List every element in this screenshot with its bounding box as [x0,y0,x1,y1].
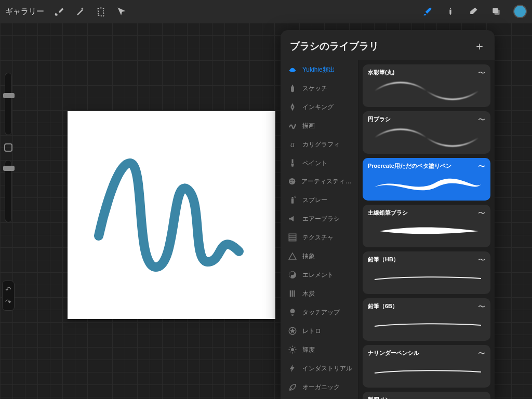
brush-item[interactable]: 鉛筆（HB）〜 [363,251,490,294]
brush-item[interactable]: 円ブラシ〜 [363,111,490,154]
pen-icon [288,102,297,112]
category-item[interactable]: オーガニック [281,378,358,396]
brush-swipe-icon: 〜 [478,256,485,265]
svg-rect-13 [292,290,293,297]
layers-icon[interactable] [490,6,502,17]
category-label: アーティスティック [301,177,353,186]
undo-icon[interactable]: ↶ [5,285,11,294]
category-item[interactable]: レトロ [281,322,358,340]
wrench-icon[interactable] [54,6,65,17]
bars-icon [288,289,297,298]
svg-point-5 [290,182,291,183]
top-toolbar: ギャラリー [0,0,532,23]
brush-list[interactable]: 水彩筆(丸)〜円ブラシ〜Procreate用ただのベタ塗りペン〜主線鉛筆ブラシ〜… [358,60,495,399]
brush-name: 主線鉛筆ブラシ [368,209,408,217]
category-label: 輝度 [302,345,315,354]
category-item[interactable]: エレメント [281,265,358,284]
brush-item[interactable]: 製図ペン〜 [363,392,490,399]
sun-icon [288,345,297,354]
selection-icon[interactable] [95,6,107,17]
bolt-icon [288,364,297,373]
a-icon: a [288,140,297,149]
brush-name: Procreate用ただのベタ塗りペン [368,162,451,170]
brush-preview [368,358,485,384]
add-brush-button[interactable]: ＋ [474,38,485,54]
brush-size-slider[interactable] [5,73,12,135]
brush-category-list[interactable]: Yukihie頻出スケッチインキング描画aカリグラフィペイントアーティスティック… [281,60,358,399]
category-item[interactable]: インダストリアル [281,359,358,378]
brush-name: 鉛筆（6B） [368,302,398,310]
category-item[interactable]: アーティスティック [281,172,358,191]
category-label: ペイント [302,159,327,168]
category-item[interactable]: 輝度 [281,340,358,359]
svg-point-8 [294,196,295,197]
brush-preview [368,125,485,151]
palette-icon [288,177,296,185]
svg-point-9 [295,197,296,198]
category-label: インキング [302,103,334,112]
arrow-icon[interactable] [116,6,127,17]
svg-point-3 [290,180,291,181]
brush-swipe-icon: 〜 [478,396,485,399]
eraser-tool-icon[interactable] [468,6,479,17]
svg-rect-12 [290,290,291,297]
category-label: テクスチャ [302,233,334,242]
svg-point-10 [295,196,296,197]
brush-item[interactable]: Procreate用ただのベタ塗りペン〜 [363,158,490,201]
brush-item[interactable]: 鉛筆（6B）〜 [363,298,490,341]
category-item[interactable]: 木炭 [281,284,358,303]
brush-swipe-icon: 〜 [478,349,485,358]
brush-preview [368,265,485,291]
svg-rect-1 [495,10,500,15]
redo-icon[interactable]: ↷ [5,298,11,306]
brush-item[interactable]: ナリンダーペンシル〜 [363,345,490,388]
category-item[interactable]: Yukihie頻出 [281,60,358,79]
panel-title: ブラシのライブラリ [290,39,379,53]
brush-swipe-icon: 〜 [478,69,485,78]
category-item[interactable]: スケッチ [281,79,358,98]
wand-icon[interactable] [74,6,86,17]
color-picker-button[interactable] [513,5,527,18]
star-icon [288,326,297,336]
category-label: エアーブラシ [302,215,340,223]
undo-redo-group: ↶ ↷ [2,281,15,311]
smudge-tool-icon[interactable] [445,6,456,17]
brush-item[interactable]: 水彩筆(丸)〜 [363,64,490,107]
paintbrush-icon [288,158,297,168]
brush-preview [368,78,485,104]
category-item[interactable]: テクスチャ [281,228,358,247]
brush-preview [368,312,485,338]
svg-rect-7 [292,197,294,198]
brush-preview [368,171,485,197]
category-item[interactable]: 抽象 [281,247,358,265]
category-label: スプレー [302,196,327,205]
category-item[interactable]: タッチアップ [281,303,358,322]
brush-name: 水彩筆(丸) [368,69,394,76]
gallery-button[interactable]: ギャラリー [5,7,44,17]
category-item[interactable]: エアーブラシ [281,209,358,228]
brush-name: ナリンダーペンシル [368,349,419,357]
category-item[interactable]: インキング [281,98,358,116]
category-item[interactable]: 描画 [281,116,358,135]
category-item[interactable]: スプレー [281,191,358,209]
category-label: カリグラフィ [302,140,340,149]
category-label: 抽象 [302,252,315,261]
brush-item[interactable]: 主線鉛筆ブラシ〜 [363,205,490,247]
horn-icon [288,214,297,223]
brush-tool-icon[interactable] [422,6,433,17]
canvas[interactable] [68,111,275,319]
category-label: レトロ [302,327,321,336]
yinyang-icon [288,270,297,280]
category-label: 木炭 [302,289,315,298]
category-label: 描画 [302,122,315,130]
svg-point-4 [292,180,294,181]
modifier-button[interactable] [4,143,12,152]
brush-swipe-icon: 〜 [478,302,485,312]
category-item[interactable]: aカリグラフィ [281,135,358,154]
category-item[interactable]: ペイント [281,154,358,172]
opacity-slider[interactable] [5,160,12,222]
left-slider-group [2,73,15,222]
spray-icon [288,195,297,205]
brush-library-panel: ブラシのライブラリ ＋ Yukihie頻出スケッチインキング描画aカリグラフィペ… [281,30,495,399]
bulb-icon [288,308,297,317]
